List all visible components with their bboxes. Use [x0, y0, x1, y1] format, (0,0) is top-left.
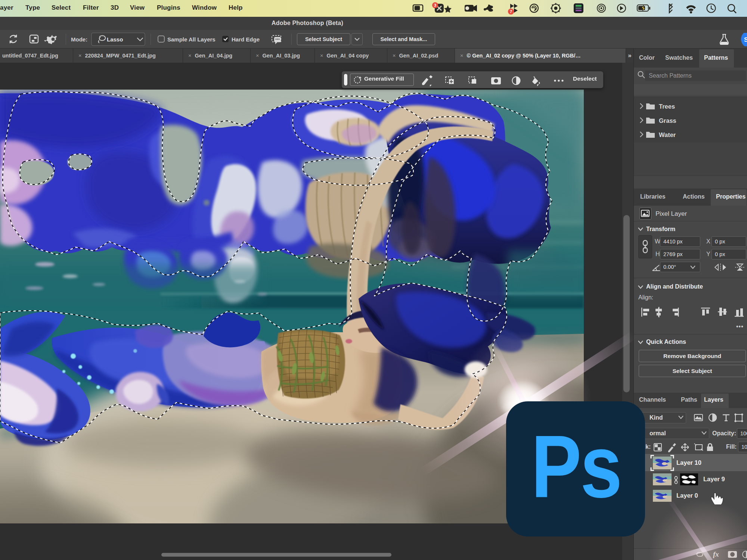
svg-text:Hard Edge: Hard Edge: [232, 36, 260, 43]
svg-text:3: 3: [434, 3, 436, 7]
svg-text:Water: Water: [659, 131, 676, 138]
svg-text:Lasso: Lasso: [107, 36, 123, 43]
svg-text:7: 7: [510, 9, 512, 14]
svg-text:Grass: Grass: [659, 117, 676, 124]
svg-text:Sample All Layers: Sample All Layers: [167, 36, 216, 43]
svg-text:Mode:: Mode:: [71, 36, 87, 43]
svg-text:fx: fx: [713, 550, 719, 558]
svg-text:Trees: Trees: [659, 103, 675, 110]
svg-text:S: S: [744, 36, 747, 43]
